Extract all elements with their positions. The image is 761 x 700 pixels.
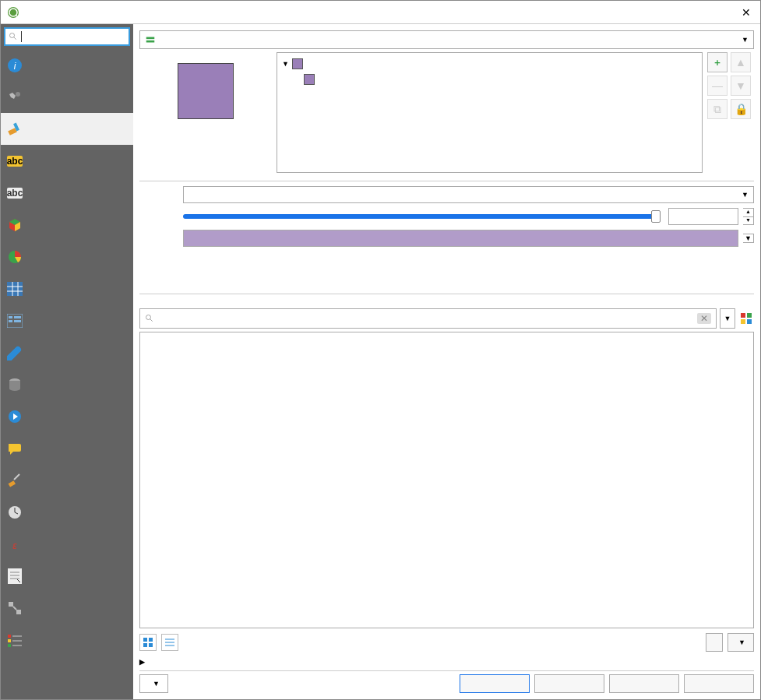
svg-rect-41 (8, 644, 11, 647)
style-dropdown[interactable]: ▼ (139, 674, 168, 693)
collapse-icon[interactable]: ▼ (282, 60, 289, 68)
svg-rect-19 (9, 316, 12, 318)
advanced-dropdown[interactable]: ▼ (728, 633, 754, 652)
symbol-layer-buttons: ＋ ▲ — ▼ ⧉ 🔒 (707, 52, 754, 173)
svg-rect-21 (14, 316, 21, 318)
help-button[interactable] (684, 674, 754, 693)
sidebar-item-symbology[interactable] (1, 113, 133, 145)
svg-rect-50 (747, 313, 752, 318)
spin-down-icon[interactable]: ▼ (743, 217, 753, 225)
svg-rect-40 (8, 639, 11, 642)
svg-rect-37 (16, 610, 21, 614)
svg-line-27 (14, 474, 19, 480)
svg-rect-52 (747, 319, 752, 324)
sidebar-item-labels[interactable]: abc (1, 145, 133, 177)
svg-rect-20 (9, 320, 12, 322)
svg-rect-39 (8, 635, 11, 638)
cancel-button[interactable] (534, 674, 604, 693)
move-down-button[interactable]: ▼ (731, 76, 751, 96)
icon-view-button[interactable] (139, 634, 157, 651)
sidebar-item-legend[interactable] (1, 624, 133, 656)
unit-dropdown[interactable]: ▼ (183, 186, 754, 203)
opacity-spinbox[interactable] (668, 208, 738, 225)
svg-line-2 (14, 37, 16, 40)
sidebar-item-auxiliary-storage[interactable] (1, 368, 133, 400)
symbol-gallery (139, 332, 754, 628)
simple-fill-swatch-icon (304, 74, 315, 85)
chevron-down-icon: ▼ (742, 191, 749, 199)
symbol-layer-tree[interactable]: ▼ (277, 52, 703, 173)
titlebar: ✕ (1, 1, 760, 24)
svg-rect-51 (741, 319, 745, 324)
svg-rect-22 (14, 320, 21, 322)
layer-rendering-toggle[interactable]: ▶ (139, 656, 754, 670)
svg-point-5 (16, 92, 20, 97)
single-symbol-icon (145, 34, 156, 45)
sidebar-item-variables[interactable]: ε (1, 528, 133, 560)
remove-symbol-layer-button[interactable]: — (707, 76, 728, 96)
opacity-slider[interactable] (183, 208, 664, 225)
svg-rect-49 (741, 313, 745, 318)
expand-icon: ▶ (139, 658, 145, 666)
favorites-filter-dropdown[interactable]: ▼ (720, 308, 735, 329)
sidebar-item-metadata[interactable] (1, 560, 133, 592)
fill-swatch-icon (292, 58, 303, 69)
svg-line-48 (150, 319, 153, 322)
svg-rect-26 (9, 480, 16, 487)
ok-button[interactable] (460, 674, 530, 693)
lock-button[interactable]: 🔒 (731, 99, 751, 119)
svg-rect-45 (146, 37, 155, 40)
sidebar-item-source[interactable] (1, 81, 133, 113)
symbol-preview (178, 63, 234, 119)
tree-row-simple-fill[interactable] (282, 72, 697, 87)
sidebar-item-actions[interactable] (1, 400, 133, 432)
sidebar-item-temporal[interactable] (1, 496, 133, 528)
search-icon (145, 314, 154, 323)
spin-up-icon[interactable]: ▲ (743, 209, 753, 217)
color-dropdown-button[interactable]: ▼ (743, 234, 754, 243)
svg-rect-13 (7, 282, 23, 296)
symbol-type-dropdown[interactable]: ▼ (139, 30, 754, 49)
color-button[interactable] (183, 230, 738, 247)
sidebar-item-rendering[interactable] (1, 464, 133, 496)
sidebar: i abc abc ε (1, 24, 133, 699)
sidebar-item-3dview[interactable] (1, 209, 133, 241)
svg-rect-53 (143, 638, 147, 642)
chevron-down-icon: ▼ (742, 36, 749, 44)
close-icon[interactable]: ✕ (742, 6, 754, 19)
duplicate-button[interactable]: ⧉ (707, 99, 728, 119)
tree-row-fill[interactable]: ▼ (282, 56, 697, 72)
sidebar-item-display[interactable] (1, 432, 133, 464)
save-symbol-button[interactable] (706, 633, 723, 652)
sidebar-item-dependencies[interactable] (1, 592, 133, 624)
sidebar-item-fields[interactable] (1, 273, 133, 304)
sidebar-item-attributes-form[interactable] (1, 304, 133, 336)
svg-text:ε: ε (12, 540, 17, 551)
apply-button[interactable] (609, 674, 679, 693)
svg-point-1 (10, 33, 15, 38)
list-view-button[interactable] (161, 634, 178, 651)
svg-rect-54 (149, 638, 153, 642)
svg-rect-55 (143, 643, 147, 647)
svg-text:i: i (14, 61, 16, 72)
svg-text:abc: abc (7, 156, 23, 167)
svg-rect-36 (9, 602, 13, 607)
favorites-search-input[interactable]: ✕ (139, 308, 717, 329)
sidebar-search-input[interactable] (4, 27, 130, 46)
svg-point-47 (146, 315, 151, 320)
sidebar-item-information[interactable]: i (1, 49, 133, 81)
search-icon (9, 32, 18, 41)
clear-search-icon[interactable]: ✕ (697, 313, 711, 324)
sidebar-item-diagrams[interactable] (1, 241, 133, 273)
svg-text:abc: abc (7, 188, 23, 199)
qgis-icon (7, 6, 19, 19)
sidebar-item-masks[interactable]: abc (1, 177, 133, 209)
svg-rect-56 (149, 643, 153, 647)
svg-rect-46 (146, 40, 155, 43)
style-manager-button[interactable] (738, 308, 754, 329)
add-symbol-layer-button[interactable]: ＋ (707, 52, 728, 72)
move-up-button[interactable]: ▲ (731, 52, 751, 72)
sidebar-item-joins[interactable] (1, 336, 133, 368)
svg-line-38 (13, 607, 16, 610)
